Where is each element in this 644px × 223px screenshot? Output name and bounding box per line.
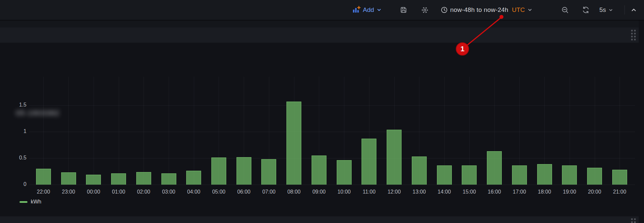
zoom-out-time-button[interactable] [561,0,569,20]
x-tick-label: 04:00 [181,189,206,195]
bar-21:00[interactable] [612,170,627,185]
x-gridline [620,77,620,185]
time-range-label: now-48h to now-24h [450,6,508,14]
chevron-down-icon [527,7,533,13]
y-gridline [29,185,635,185]
x-tick-label: 10:00 [331,189,357,195]
x-gridline [194,77,194,185]
bar-02:00[interactable] [136,172,151,185]
bar-15:00[interactable] [462,165,477,185]
x-tick-label: 12:00 [382,189,407,195]
y-tick-label: 1 [3,128,26,134]
save-icon [400,6,408,14]
bar-17:00[interactable] [512,165,527,185]
x-gridline [94,77,94,185]
adjacent-panel-bottom [0,216,639,223]
bar-08:00[interactable] [286,102,301,185]
toolbar-divider [624,5,625,15]
x-tick-label: 07:00 [256,189,281,195]
x-tick-label: 01:00 [106,189,131,195]
bar-22:00[interactable] [36,169,51,185]
x-tick-label: 00:00 [81,189,106,195]
bar-19:00[interactable] [562,165,577,185]
x-tick-label: 20:00 [582,189,607,195]
chevron-down-icon [608,8,613,13]
top-toolbar: Add [0,0,644,21]
bar-12:00[interactable] [387,130,402,185]
grafana-dashboard: Add [0,0,644,223]
x-tick-label: 21:00 [607,189,632,195]
x-gridline [68,77,69,185]
timezone-label: UTC [512,6,525,14]
chevron-down-icon [376,7,382,13]
x-tick-label: 22:00 [31,189,56,195]
bar-09:00[interactable] [312,156,326,185]
refresh-dashboard-button[interactable] [581,0,590,20]
bar-18:00[interactable] [537,164,552,185]
x-tick-label: 13:00 [407,189,432,195]
time-range-picker[interactable]: now-48h to now-24h UTC [441,0,533,20]
x-tick-label: 11:00 [357,189,382,195]
y-tick-label: 1.5 [3,102,26,108]
legend-item-kwh[interactable]: kWh [20,199,41,205]
bar-11:00[interactable] [362,139,376,185]
bar-05:00[interactable] [211,157,226,185]
x-tick-label: 02:00 [131,189,156,195]
save-dashboard-button[interactable] [400,0,408,20]
panel-title-blurred[interactable]: 05-1903382 [16,109,60,117]
chevron-up-icon [630,6,637,14]
adjacent-panel-top [0,27,639,43]
x-tick-label: 23:00 [56,189,81,195]
bar-00:00[interactable] [86,175,101,185]
x-tick-label: 06:00 [231,189,256,195]
y-tick-label: 0 [3,181,26,187]
zoom-out-icon [561,6,569,14]
panel-drag-handle[interactable] [631,30,636,40]
annotation-badge-label: 1 [460,45,464,53]
bar-10:00[interactable] [337,160,352,185]
x-tick-label: 03:00 [156,189,181,195]
panel-drag-handle[interactable] [631,218,636,223]
x-tick-label: 05:00 [206,189,231,195]
refresh-icon [581,6,590,14]
bar-16:00[interactable] [487,151,502,185]
x-tick-label: 09:00 [306,189,331,195]
x-tick-label: 19:00 [557,189,582,195]
bar-07:00[interactable] [261,159,276,185]
x-tick-label: 08:00 [281,189,307,195]
x-tick-label: 17:00 [507,189,532,195]
add-button-label: Add [363,6,374,14]
y-tick-label: 0.5 [3,155,26,161]
collapse-toolbar-button[interactable] [630,0,637,20]
x-gridline [144,77,144,185]
settings-gear-icon [421,6,429,14]
bar-04:00[interactable] [186,171,201,185]
dashboard-settings-button[interactable] [421,0,429,20]
x-tick-label: 14:00 [432,189,457,195]
x-tick-label: 15:00 [457,189,482,195]
dashboard-canvas-gap [0,21,639,27]
bar-23:00[interactable] [61,172,76,185]
bar-03:00[interactable] [161,173,176,185]
graph-bar-add-icon [352,6,361,14]
bar-06:00[interactable] [236,157,251,185]
add-panel-button[interactable]: Add [352,0,382,20]
annotation-badge-1: 1 [456,42,469,56]
bar-01:00[interactable] [111,173,126,185]
x-gridline [119,77,119,185]
bar-20:00[interactable] [587,168,602,185]
refresh-interval-label: 5s [599,6,606,14]
legend-series-swatch [20,201,27,203]
x-tick-label: 16:00 [482,189,507,195]
legend-series-label: kWh [31,199,41,205]
clock-icon [441,6,448,14]
bar-13:00[interactable] [412,156,427,185]
x-gridline [169,77,169,185]
x-tick-label: 18:00 [532,189,557,195]
bar-14:00[interactable] [437,165,452,185]
refresh-interval-dropdown[interactable]: 5s [599,0,613,20]
